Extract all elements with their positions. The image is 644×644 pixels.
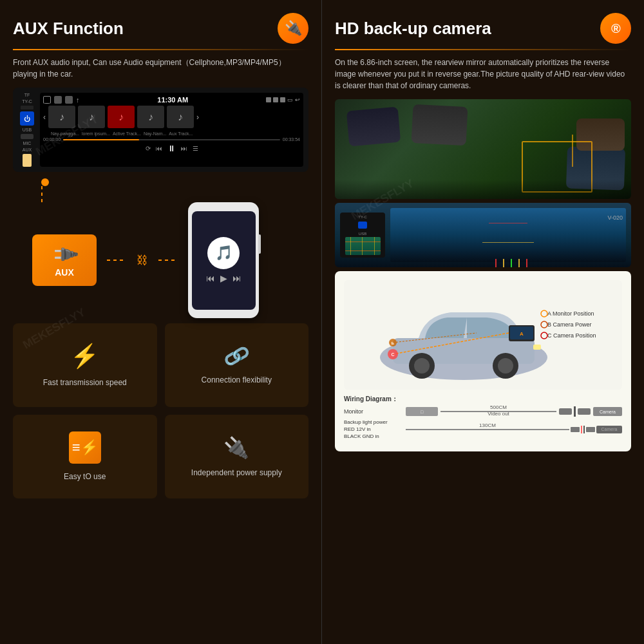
monitor-box: □ xyxy=(406,407,438,416)
svg-point-5 xyxy=(498,358,513,374)
bkp-camera-box: Camera xyxy=(596,426,622,433)
track-4[interactable]: ♪ xyxy=(137,106,164,128)
feature-label-1: Fast transmission speed xyxy=(43,377,127,388)
wiring-table: Wiring Diagram： Monitor □ 500CM Video ou… xyxy=(344,395,622,440)
backup-line-green xyxy=(511,259,512,267)
usb-label-device: USB xyxy=(359,232,366,236)
bkp-conn-2 xyxy=(586,427,595,432)
total-time: 00:33:54 xyxy=(283,137,300,142)
svg-text:C: C xyxy=(391,352,394,357)
grid-line-v3 xyxy=(374,237,375,255)
feature-card-1: ⚡ Fast transmission speed xyxy=(13,323,157,407)
backup-camera-mini-screen xyxy=(345,237,381,255)
device-top-labels: TY-C xyxy=(358,215,366,219)
signal-icon: ↑ xyxy=(76,96,80,104)
wiring-diagram-title: Wiring Diagram： xyxy=(344,395,622,404)
back-icon[interactable] xyxy=(65,96,73,104)
music-play[interactable]: ▶ xyxy=(220,273,227,283)
chain-link-icon: ⛓ xyxy=(137,254,148,267)
track-5[interactable]: ♪ xyxy=(167,106,194,128)
back-btn[interactable]: ↩ xyxy=(295,97,300,103)
aux-connector xyxy=(23,154,32,167)
next-arrow[interactable]: › xyxy=(196,113,199,122)
car-svg-diagram: A C B A Monitor Position B Camera Power … xyxy=(344,280,622,390)
svg-rect-6 xyxy=(533,345,541,350)
feature-card-4: 🔌 Independent power supply xyxy=(165,415,309,498)
backup-power-text: Backup light power xyxy=(344,419,402,426)
right-panel: MEKESFLYY MEKESFLYY HD back-up camera ® … xyxy=(322,0,644,644)
distance-backup-label: 130CM xyxy=(479,422,496,428)
repeat-btn[interactable]: ⟳ xyxy=(146,145,151,152)
feature-label-4: Independent power supply xyxy=(191,468,282,478)
phone-music-app: 🎵 ⏮ ▶ ⏭ xyxy=(206,237,242,283)
svg-text:A: A xyxy=(520,331,524,337)
music-next[interactable]: ⏭ xyxy=(232,273,242,283)
bt-icon xyxy=(273,97,278,102)
tyc-label-device: TY-C xyxy=(358,215,366,219)
playback-controls: ⟳ ⏮ ⏸ ⏭ ☰ xyxy=(43,144,300,153)
svg-point-17 xyxy=(541,310,547,317)
backup-wire-seg: 130CM xyxy=(406,428,569,431)
phone-screen: 🎵 ⏮ ▶ ⏭ xyxy=(192,211,256,310)
progress-bar[interactable] xyxy=(63,139,280,140)
next-btn[interactable]: ⏭ xyxy=(181,145,187,152)
track-info-2: lorem ipsum... xyxy=(82,131,110,136)
bkp-wire-red xyxy=(581,426,582,433)
aux-icon: 🔌 xyxy=(285,20,302,37)
track-1[interactable]: ♪ xyxy=(48,106,75,128)
list-btn[interactable]: ☰ xyxy=(193,145,198,152)
progress-fill xyxy=(63,139,139,140)
red-label: RED 12V in xyxy=(344,426,402,433)
bkp-wire-black xyxy=(583,426,585,433)
stack-icon-bg: ≡⚡ xyxy=(69,431,101,464)
tf-label: TF xyxy=(24,93,30,97)
feature-card-2: 🔗 Connection flexibility xyxy=(165,323,309,407)
track-3-active[interactable]: ♪ xyxy=(108,106,135,128)
home-icon[interactable]: ⌂ xyxy=(43,96,51,104)
stack-icon: ≡⚡ xyxy=(72,439,98,456)
svg-point-19 xyxy=(541,321,547,328)
left-icon-circle: 🔌 xyxy=(278,13,308,44)
camera-box: Camera xyxy=(593,407,622,416)
track-info-1: Nay-pangga... xyxy=(51,131,79,136)
music-controls: ⏮ ▶ ⏭ xyxy=(206,273,242,283)
feature-grid: ⚡ Fast transmission speed 🔗 Connection f… xyxy=(13,323,308,498)
grid-v-container xyxy=(345,237,381,255)
prev-btn[interactable]: ⏮ xyxy=(156,145,162,152)
phone-side-btn xyxy=(258,234,261,254)
parked-car-2 xyxy=(411,104,468,146)
h-guide-yellow xyxy=(482,242,534,243)
backup-line-red-r xyxy=(526,259,527,267)
track-2[interactable]: ♪ xyxy=(78,106,105,128)
distance-marker: V-020 xyxy=(607,214,623,221)
stereo-time: 11:30 AM xyxy=(157,96,188,104)
prev-arrow[interactable]: ‹ xyxy=(43,113,46,122)
aux-plug-icon: 🔌 xyxy=(49,238,80,269)
svg-text:B Camera Power: B Camera Power xyxy=(547,321,592,328)
right-description: On the 6.86-inch screen, the rearview mi… xyxy=(335,57,631,91)
menu-icon[interactable] xyxy=(54,96,62,104)
camera-live-scene: V-020 xyxy=(390,208,626,262)
play-btn[interactable]: ⏸ xyxy=(167,144,176,153)
backup-labels: Backup light power RED 12V in BLACK GND … xyxy=(344,419,402,440)
display-left-icons: ⌂ ↑ xyxy=(43,96,80,104)
track-info-3: Active Track... xyxy=(113,131,141,136)
backup-line-red-l xyxy=(495,259,497,267)
horizontal-dashed-line2 xyxy=(158,260,178,261)
aux-box: 🔌 AUX xyxy=(32,234,97,286)
video-out-label: Video out xyxy=(488,411,509,417)
feature-label-3: Easy tO use xyxy=(64,471,106,482)
connector-1 xyxy=(559,408,572,415)
device-power-btn[interactable] xyxy=(358,222,367,229)
stereo-display: ⌂ ↑ 11:30 AM ▭ ↩ ‹ xyxy=(40,93,303,167)
svg-point-3 xyxy=(414,358,430,374)
power-button[interactable]: ⏻ xyxy=(20,111,34,126)
black-label: BLACK GND in xyxy=(344,433,402,440)
horizontal-dashed-line xyxy=(107,260,126,261)
phone-mockup: 🎵 ⏮ ▶ ⏭ xyxy=(188,202,259,318)
feature-card-3: ≡⚡ Easy tO use xyxy=(13,415,157,498)
port-slot xyxy=(21,106,33,109)
music-prev[interactable]: ⏮ xyxy=(206,273,215,283)
backup-line-yellow-r xyxy=(518,259,520,267)
monitor-text: Monitor xyxy=(344,408,402,415)
